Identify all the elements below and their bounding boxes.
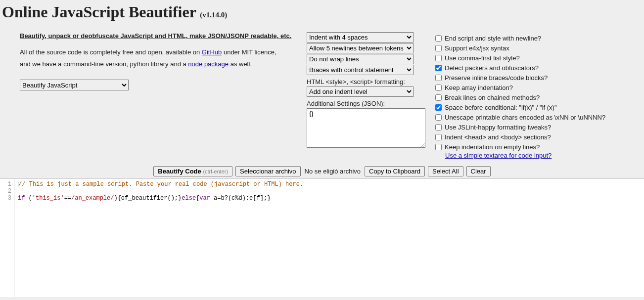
checkbox-row-10[interactable]: Indent <head> and <body> sections? bbox=[435, 132, 624, 142]
checkbox-0[interactable] bbox=[435, 35, 442, 42]
checkbox-5[interactable] bbox=[435, 85, 442, 91]
checkbox-row-1[interactable]: Support e4x/jsx syntax bbox=[435, 43, 624, 53]
checkbox-row-8[interactable]: Unescape printable chars encoded as \xNN… bbox=[435, 112, 624, 122]
checkbox-row-11[interactable]: Keep indentation on empty lines? bbox=[435, 142, 624, 152]
checkbox-4[interactable] bbox=[435, 75, 442, 81]
checkbox-1[interactable] bbox=[435, 45, 442, 51]
checkbox-row-6[interactable]: Break lines on chained methods? bbox=[435, 92, 624, 102]
select-all-button[interactable]: Select All bbox=[428, 166, 463, 176]
additional-settings-label: Additional Settings (JSON): bbox=[307, 100, 425, 107]
checkbox-row-5[interactable]: Keep array indentation? bbox=[435, 83, 624, 92]
checkbox-3[interactable] bbox=[435, 65, 442, 71]
copy-button[interactable]: Copy to Clipboard bbox=[365, 166, 425, 176]
checkbox-label-5: Keep array indentation? bbox=[445, 84, 513, 91]
checkbox-label-3: Detect packers and obfuscators? bbox=[445, 64, 539, 72]
github-link[interactable]: GitHub bbox=[202, 48, 222, 56]
checkbox-row-3[interactable]: Detect packers and obfuscators? bbox=[435, 63, 624, 73]
checkbox-label-10: Indent <head> and <body> sections? bbox=[445, 133, 551, 141]
checkbox-label-8: Unescape printable chars encoded as \xNN… bbox=[445, 114, 605, 121]
checkbox-label-2: Use comma-first list style? bbox=[445, 54, 520, 62]
code-content[interactable]: // This is just a sample script. Paste y… bbox=[15, 179, 644, 297]
indent-select[interactable]: Indent with 4 spaces bbox=[307, 32, 414, 43]
checkbox-8[interactable] bbox=[435, 114, 442, 121]
checkbox-row-9[interactable]: Use JSLint-happy formatting tweaks? bbox=[435, 122, 624, 132]
file-select-button[interactable]: Seleccionar archivo bbox=[235, 166, 300, 176]
description-line-2: and we have a command-line version, pyth… bbox=[20, 59, 297, 69]
checkbox-7[interactable] bbox=[435, 104, 442, 111]
checkbox-11[interactable] bbox=[435, 144, 442, 150]
checkbox-label-11: Keep indentation on empty lines? bbox=[445, 143, 540, 151]
newlines-select[interactable]: Allow 5 newlines between tokens bbox=[307, 43, 414, 53]
checkbox-10[interactable] bbox=[435, 134, 442, 140]
no-file-text: No se eligió archivo bbox=[304, 168, 362, 175]
page-title: Online JavaScript Beautifier (v1.14.0) bbox=[0, 0, 644, 22]
use-textarea-link[interactable]: Use a simple textarea for code input? bbox=[445, 152, 552, 159]
checkbox-label-6: Break lines on chained methods? bbox=[445, 94, 540, 101]
html-format-select[interactable]: Add one indent level bbox=[307, 86, 414, 97]
version-text: (v1.14.0) bbox=[200, 11, 227, 19]
title-text: Online JavaScript Beautifier bbox=[2, 3, 196, 21]
checkbox-label-7: Space before conditional: "if(x)" / "if … bbox=[445, 104, 557, 111]
checkbox-label-9: Use JSLint-happy formatting tweaks? bbox=[445, 124, 551, 131]
checkbox-label-0: End script and style with newline? bbox=[445, 35, 541, 42]
action-bar: Beautify Code (ctrl-enter) Seleccionar a… bbox=[0, 164, 644, 178]
checkbox-6[interactable] bbox=[435, 94, 442, 101]
line-gutter: 123 bbox=[0, 179, 15, 297]
checkbox-row-2[interactable]: Use comma-first list style? bbox=[435, 53, 624, 63]
settings-column: Indent with 4 spaces Allow 5 newlines be… bbox=[307, 32, 425, 149]
description-line-1: All of the source code is completely fre… bbox=[20, 47, 297, 57]
wrap-select[interactable]: Do not wrap lines bbox=[307, 54, 414, 64]
checkbox-column: End script and style with newline?Suppor… bbox=[435, 32, 624, 159]
subtitle: Beautify, unpack or deobfuscate JavaScri… bbox=[20, 32, 297, 40]
checkbox-row-7[interactable]: Space before conditional: "if(x)" / "if … bbox=[435, 102, 624, 112]
checkbox-row-4[interactable]: Preserve inline braces/code blocks? bbox=[435, 73, 624, 83]
code-editor[interactable]: 123 // This is just a sample script. Pas… bbox=[0, 178, 644, 297]
options-area: Beautify, unpack or deobfuscate JavaScri… bbox=[0, 22, 644, 164]
checkbox-row-0[interactable]: End script and style with newline? bbox=[435, 33, 624, 43]
description-column: Beautify, unpack or deobfuscate JavaScri… bbox=[20, 32, 297, 90]
node-package-link[interactable]: node package bbox=[188, 60, 229, 68]
checkbox-9[interactable] bbox=[435, 124, 442, 130]
checkbox-label-4: Preserve inline braces/code blocks? bbox=[445, 74, 548, 82]
braces-select[interactable]: Braces with control statement bbox=[307, 65, 414, 75]
additional-settings-input[interactable]: {} bbox=[307, 108, 425, 148]
beautify-button[interactable]: Beautify Code (ctrl-enter) bbox=[153, 166, 232, 176]
checkbox-label-1: Support e4x/jsx syntax bbox=[445, 44, 509, 52]
checkbox-2[interactable] bbox=[435, 55, 442, 61]
html-format-label: HTML <style>, <script> formatting: bbox=[307, 78, 425, 86]
clear-button[interactable]: Clear bbox=[466, 166, 491, 176]
language-select[interactable]: Beautify JavaScript bbox=[20, 80, 129, 90]
